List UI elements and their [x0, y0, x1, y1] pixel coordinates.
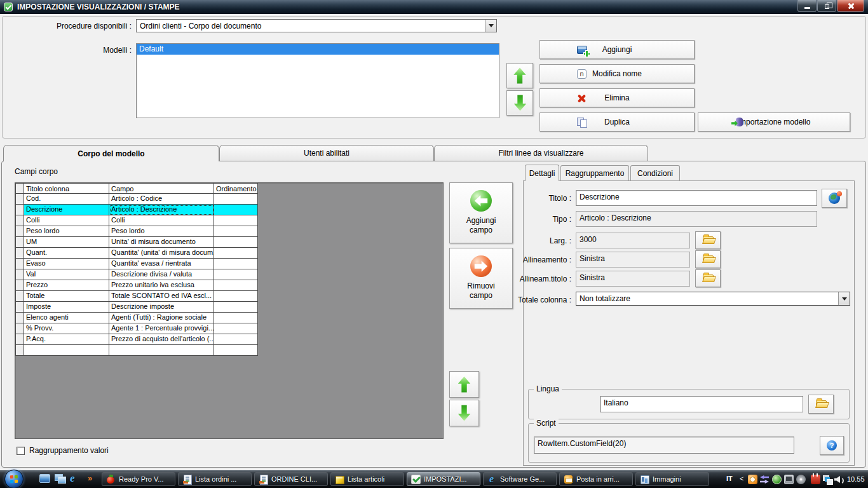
table-row[interactable]: Descrizione Articolo : Descrizione: [15, 205, 258, 215]
script-help-button[interactable]: ?: [820, 436, 844, 455]
script-input[interactable]: RowItem.CustomField(20): [534, 437, 794, 454]
allineamento-picker-button[interactable]: [695, 250, 721, 268]
cell-ordinamento: [214, 248, 258, 259]
tab-condizioni[interactable]: Condizioni: [630, 165, 680, 180]
move-up-button[interactable]: [506, 63, 533, 88]
header-titolo-colonna[interactable]: Titolo colonna: [24, 183, 109, 194]
close-button[interactable]: [837, 0, 864, 12]
allineam-titolo-picker-button[interactable]: [695, 269, 721, 287]
table-row[interactable]: Cod. Articolo : Codice: [15, 194, 258, 205]
titolo-input[interactable]: Descrizione: [576, 190, 817, 206]
modelli-listbox[interactable]: Default: [136, 43, 499, 118]
row-selector-cell[interactable]: [15, 269, 24, 280]
tab-utenti-abilitati[interactable]: Utenti abilitati: [219, 145, 434, 161]
allineam-titolo-input[interactable]: Sinistra: [576, 271, 690, 287]
row-selector-cell[interactable]: [15, 280, 24, 291]
table-row[interactable]: Peso lordo Peso lordo: [15, 226, 258, 237]
table-row[interactable]: Quant. Quantita' (unita' di misura docum…: [15, 248, 258, 259]
restore-button[interactable]: [817, 0, 836, 12]
campi-grid[interactable]: Titolo colonna Campo Ordinamento Cod. Ar…: [15, 182, 444, 439]
row-selector-cell[interactable]: [15, 237, 24, 248]
header-campo[interactable]: Campo: [109, 183, 214, 194]
tab-dettagli[interactable]: Dettagli: [525, 165, 559, 181]
row-selector-cell[interactable]: [15, 291, 24, 302]
tray-certificate-icon[interactable]: [772, 475, 782, 484]
aggiungi-button[interactable]: Aggiungi: [539, 40, 695, 59]
row-selector-cell[interactable]: [15, 334, 24, 345]
table-row[interactable]: Prezzo Prezzo unitario iva esclusa: [15, 280, 258, 291]
tab-corpo-del-modello[interactable]: Corpo del modello: [3, 145, 219, 161]
taskbar-button[interactable]: Posta in arri...: [559, 472, 633, 486]
start-button[interactable]: [4, 470, 24, 488]
duplica-button[interactable]: Duplica: [539, 112, 695, 132]
aggiungi-campo-button[interactable]: Aggiungi campo: [449, 182, 513, 243]
table-row[interactable]: % Provv. Agente 1 : Percentuale provvigi…: [15, 323, 258, 334]
larg-input[interactable]: 3000: [576, 233, 690, 248]
tray-display-icon[interactable]: [784, 475, 794, 484]
row-selector-cell[interactable]: [15, 215, 24, 226]
tray-power-icon[interactable]: [811, 475, 820, 484]
taskbar-button[interactable]: ORDINE CLI...: [254, 472, 328, 486]
raggruppamento-checkbox[interactable]: [17, 447, 25, 455]
combobox-dropdown-button[interactable]: [838, 292, 850, 305]
lingua-input[interactable]: Italiano: [600, 396, 803, 412]
field-move-up-button[interactable]: [449, 371, 479, 398]
move-down-button[interactable]: [506, 90, 533, 116]
taskbar-button[interactable]: IMPOSTAZI...: [407, 472, 480, 486]
show-desktop-icon[interactable]: [39, 474, 50, 483]
tray-clock-app-icon[interactable]: [748, 475, 757, 484]
tray-volume-icon[interactable]: [834, 475, 844, 484]
row-selector-cell[interactable]: [15, 345, 24, 356]
tray-collapse-chevron[interactable]: <: [740, 475, 743, 482]
rimuovi-campo-button[interactable]: Rimuovi campo: [449, 248, 513, 309]
table-row[interactable]: Colli Colli: [15, 215, 258, 226]
minimize-button[interactable]: [797, 0, 817, 12]
table-row[interactable]: Elenco agenti Agenti (Tutti) : Ragione s…: [15, 313, 258, 323]
procedure-combobox[interactable]: Ordini clienti - Corpo del documento: [136, 19, 497, 32]
row-selector-cell[interactable]: [15, 248, 24, 259]
table-row[interactable]: Evaso Quantita' evasa / rientrata: [15, 259, 258, 269]
larg-picker-button[interactable]: [695, 231, 721, 249]
quicklaunch-overflow-chevron[interactable]: »: [88, 473, 92, 483]
tray-sync-icon[interactable]: [760, 475, 770, 484]
row-selector-cell[interactable]: [15, 323, 24, 334]
row-selector-cell[interactable]: [15, 194, 24, 205]
tab-raggruppamento[interactable]: Raggruppamento: [560, 165, 629, 180]
window-titlebar[interactable]: IMPOSTAZIONE VISUALIZZAZIONI / STAMPE: [0, 0, 868, 14]
combobox-dropdown-button[interactable]: [485, 20, 496, 32]
language-indicator[interactable]: IT: [726, 475, 733, 482]
lingua-picker-button[interactable]: [808, 395, 834, 414]
table-row[interactable]: Val Descrizione divisa / valuta: [15, 269, 258, 280]
table-row[interactable]: UM Unita' di misura documento: [15, 237, 258, 248]
tab-filtri-linee[interactable]: Filtri linee da visualizzare: [434, 145, 648, 161]
taskbar-button[interactable]: Lista articoli: [330, 472, 404, 486]
field-move-down-button[interactable]: [449, 400, 479, 426]
header-ordinamento[interactable]: Ordinamento: [214, 183, 258, 194]
row-selector-cell[interactable]: [15, 313, 24, 323]
taskbar-button[interactable]: Software Ge...: [483, 472, 557, 486]
allineamento-input[interactable]: Sinistra: [576, 252, 690, 268]
minimize-icon: [804, 7, 810, 9]
list-item-selected[interactable]: Default: [137, 44, 499, 55]
taskbar-button[interactable]: Lista ordini ...: [178, 472, 252, 486]
internet-explorer-quicklaunch-icon[interactable]: e: [70, 472, 75, 485]
taskbar-button[interactable]: Immagini: [635, 472, 709, 486]
table-row[interactable]: Imposte Descrizione imposte: [15, 302, 258, 313]
elimina-button[interactable]: Elimina: [539, 88, 695, 107]
table-row[interactable]: [15, 345, 258, 356]
importazione-modello-button[interactable]: Importazione modello: [698, 112, 850, 132]
modifica-nome-button[interactable]: n Modifica nome: [539, 64, 695, 83]
totale-colonna-combobox[interactable]: Non totalizzare: [576, 292, 850, 306]
titolo-translate-button[interactable]: [822, 189, 847, 208]
help-icon: ?: [827, 440, 837, 451]
table-row[interactable]: Totale Totale SCONTATO ed IVA escl...: [15, 291, 258, 302]
tray-disc-icon[interactable]: [796, 475, 806, 484]
row-selector-cell[interactable]: [15, 226, 24, 237]
row-selector-cell[interactable]: [15, 259, 24, 269]
taskbar-button[interactable]: Ready Pro V...: [102, 472, 175, 486]
table-row[interactable]: P.Acq. Prezzo di acquisto dell'articolo …: [15, 334, 258, 345]
tray-network-icon[interactable]: [823, 475, 832, 484]
switch-windows-icon[interactable]: [55, 474, 65, 483]
row-selector-cell[interactable]: [15, 205, 24, 215]
row-selector-cell[interactable]: [15, 302, 24, 313]
